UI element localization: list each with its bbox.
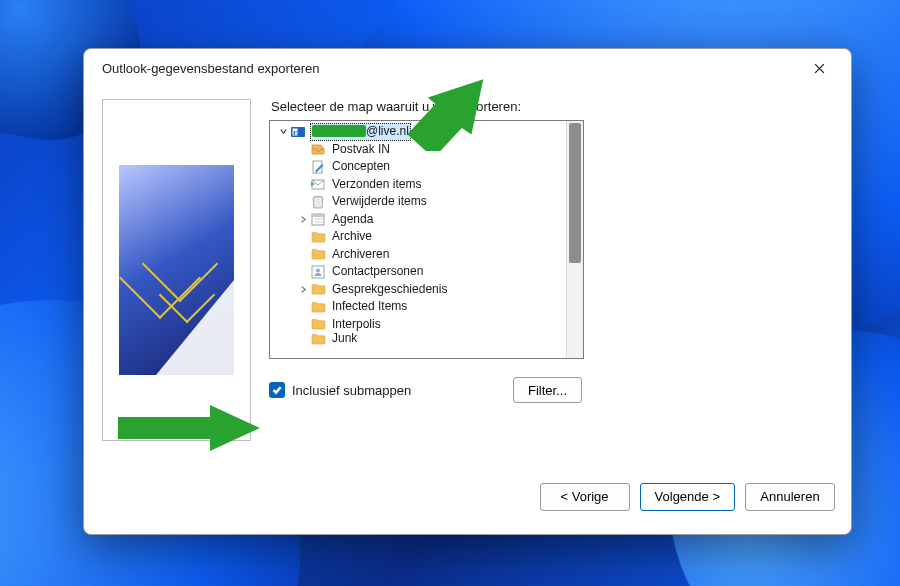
close-icon xyxy=(814,63,825,74)
dialog-footer: < Vorige Volgende > Annuleren xyxy=(84,469,851,534)
svg-rect-7 xyxy=(312,214,324,217)
tree-item[interactable]: Archiveren xyxy=(270,246,583,264)
scrollbar-thumb[interactable] xyxy=(569,123,581,263)
hero-image-frame xyxy=(102,99,251,441)
tree-item[interactable]: Agenda xyxy=(270,211,583,229)
folder-icon xyxy=(310,331,326,347)
drafts-icon xyxy=(310,159,326,175)
dialog-title: Outlook-gegevensbestand exporteren xyxy=(102,61,320,76)
folder-icon xyxy=(310,229,326,245)
tree-item-label: Concepten xyxy=(330,158,392,176)
svg-text:E: E xyxy=(293,128,298,136)
tree-item-label: Gesprekgeschiedenis xyxy=(330,281,449,299)
tree-item-label: Verzonden items xyxy=(330,176,423,194)
calendar-icon xyxy=(310,211,326,227)
tree-item[interactable]: Concepten xyxy=(270,158,583,176)
outlook-root-icon: E xyxy=(290,124,306,140)
next-button[interactable]: Volgende > xyxy=(640,483,735,511)
contacts-icon xyxy=(310,264,326,280)
tree-item[interactable]: E@live.nl xyxy=(270,123,583,141)
tree-item[interactable]: Postvak IN xyxy=(270,141,583,159)
titlebar: Outlook-gegevensbestand exporteren xyxy=(84,49,851,87)
tree-item[interactable]: Archive xyxy=(270,228,583,246)
tree-item[interactable]: Infected Items xyxy=(270,298,583,316)
chevron-right-icon[interactable] xyxy=(296,215,310,224)
tree-item[interactable]: Verzonden items xyxy=(270,176,583,194)
tree-item[interactable]: Contactpersonen xyxy=(270,263,583,281)
tree-item-label: Junk xyxy=(330,330,359,348)
prompt-label: Selecteer de map waaruit u wilt exporter… xyxy=(271,99,833,114)
folder-tree[interactable]: E@live.nlPostvak INConceptenVerzonden it… xyxy=(269,120,584,359)
folder-icon xyxy=(310,299,326,315)
tree-item-label: Contactpersonen xyxy=(330,263,425,281)
tree-item-label: Archive xyxy=(330,228,374,246)
hero-image xyxy=(119,165,234,375)
filter-button[interactable]: Filter... xyxy=(513,377,582,403)
tree-scrollbar[interactable] xyxy=(566,121,583,358)
export-dialog: Outlook-gegevensbestand exporteren Selec… xyxy=(83,48,852,535)
trash-icon xyxy=(310,194,326,210)
chevron-down-icon[interactable] xyxy=(276,127,290,136)
tree-item-label: @live.nl xyxy=(310,123,411,141)
chevron-right-icon[interactable] xyxy=(296,285,310,294)
back-button[interactable]: < Vorige xyxy=(540,483,630,511)
cancel-button[interactable]: Annuleren xyxy=(745,483,835,511)
folder-icon xyxy=(310,316,326,332)
sent-icon xyxy=(310,176,326,192)
close-button[interactable] xyxy=(797,53,841,83)
tree-item[interactable]: Junk xyxy=(270,333,583,345)
tree-item-label: Agenda xyxy=(330,211,375,229)
checkbox-icon xyxy=(269,382,285,398)
include-subfolders-label: Inclusief submappen xyxy=(292,383,411,398)
tree-item-label: Verwijderde items xyxy=(330,193,429,211)
inbox-icon xyxy=(310,141,326,157)
tree-item-label: Postvak IN xyxy=(330,141,392,159)
folder-icon xyxy=(310,246,326,262)
tree-item-label: Infected Items xyxy=(330,298,409,316)
tree-item[interactable]: Verwijderde items xyxy=(270,193,583,211)
include-subfolders-checkbox[interactable]: Inclusief submappen xyxy=(269,382,411,398)
tree-item[interactable]: Gesprekgeschiedenis xyxy=(270,281,583,299)
tree-item-label: Archiveren xyxy=(330,246,391,264)
svg-point-11 xyxy=(316,268,320,272)
folder-icon xyxy=(310,281,326,297)
